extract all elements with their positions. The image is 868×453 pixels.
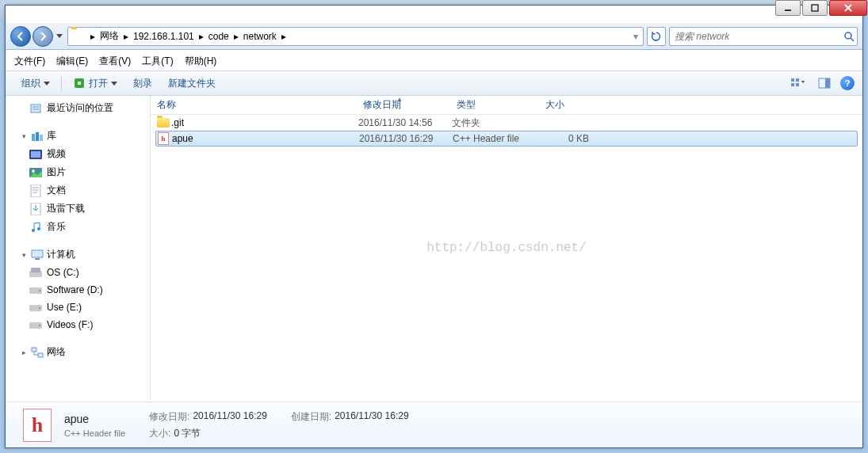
svg-point-22: [37, 227, 40, 230]
address-dropdown[interactable]: ▾: [629, 31, 643, 42]
svg-rect-5: [791, 78, 794, 82]
sidebar-item-thunder[interactable]: 迅雷下载: [6, 200, 150, 218]
recent-icon: [29, 102, 42, 115]
back-button[interactable]: [10, 26, 31, 47]
created-value: 2016/11/30 16:29: [335, 410, 408, 424]
sidebar-item-label: 图片: [47, 166, 66, 179]
preview-pane-button[interactable]: [813, 74, 835, 92]
search-box[interactable]: [669, 27, 858, 46]
sidebar-item-drive-d[interactable]: Software (D:): [6, 281, 150, 299]
search-input[interactable]: [675, 31, 841, 42]
chevron-right-icon[interactable]: ▸: [232, 28, 240, 45]
svg-rect-16: [31, 151, 40, 158]
menu-bar: 文件(F) 编辑(E) 查看(V) 工具(T) 帮助(H): [10, 52, 221, 70]
close-button[interactable]: [829, 0, 867, 16]
column-name[interactable]: 名称: [151, 96, 357, 114]
sidebar-item-music[interactable]: 音乐: [6, 218, 150, 236]
forward-button[interactable]: [33, 26, 53, 47]
sidebar-item-pictures[interactable]: 图片: [6, 163, 150, 181]
navigation-pane: 最近访问的位置 ▾ 库 视频 图片 文档 迅雷下载 音乐 ▾ 计算机 OS (C…: [6, 96, 151, 400]
sidebar-group-computer[interactable]: ▾ 计算机: [6, 246, 150, 264]
sidebar-item-drive-f[interactable]: Videos (F:): [6, 316, 150, 333]
open-button[interactable]: 打开: [65, 74, 125, 93]
view-options-button[interactable]: [786, 74, 809, 92]
computer-icon: [31, 249, 44, 261]
location-icon: [71, 29, 86, 44]
file-name: .git: [171, 117, 358, 128]
help-button[interactable]: ?: [840, 76, 855, 90]
minimize-button[interactable]: [775, 0, 801, 16]
menu-tools[interactable]: 工具(T): [137, 53, 178, 70]
menu-help[interactable]: 帮助(H): [180, 53, 222, 70]
svg-rect-13: [36, 132, 39, 141]
chevron-right-icon[interactable]: ▸: [280, 28, 288, 45]
new-folder-button[interactable]: 新建文件夹: [160, 74, 224, 93]
svg-rect-10: [825, 78, 830, 88]
sidebar-item-recent[interactable]: 最近访问的位置: [6, 99, 150, 117]
sidebar-group-label: 计算机: [47, 248, 75, 261]
created-label: 创建日期:: [291, 410, 331, 424]
chevron-right-icon[interactable]: ▸: [122, 28, 130, 45]
maximize-button[interactable]: [802, 0, 828, 16]
svg-rect-19: [31, 185, 40, 197]
libraries-icon: [31, 130, 44, 143]
expand-icon[interactable]: ▸: [20, 348, 28, 356]
file-date: 2016/11/30 16:29: [359, 133, 453, 144]
chevron-right-icon[interactable]: ▸: [197, 28, 205, 45]
sort-indicator-icon: ▲: [396, 96, 403, 103]
sidebar-item-videos[interactable]: 视频: [6, 145, 150, 163]
crumb-host[interactable]: 192.168.1.101: [130, 28, 197, 45]
file-row-git[interactable]: .git 2016/11/30 14:56 文件夹: [151, 115, 862, 131]
organize-button[interactable]: 组织: [13, 74, 58, 93]
svg-rect-23: [32, 250, 43, 257]
history-dropdown[interactable]: [55, 29, 64, 44]
sidebar-group-label: 网络: [47, 345, 66, 359]
crumb-folder[interactable]: network: [240, 28, 280, 45]
burn-button[interactable]: 刻录: [125, 74, 160, 93]
file-row-apue[interactable]: h apue 2016/11/30 16:29 C++ Header file …: [155, 131, 858, 147]
refresh-button[interactable]: [647, 27, 666, 46]
file-date: 2016/11/30 14:56: [358, 117, 452, 128]
svg-point-32: [39, 325, 40, 326]
svg-rect-26: [31, 268, 40, 272]
svg-rect-24: [35, 258, 40, 260]
music-icon: [29, 221, 42, 234]
menu-view[interactable]: 查看(V): [94, 53, 136, 70]
sidebar-item-drive-e[interactable]: Use (E:): [6, 299, 150, 316]
sidebar-group-label: 库: [47, 129, 56, 143]
details-file-icon: h: [18, 408, 56, 443]
search-icon[interactable]: [841, 31, 857, 42]
svg-rect-4: [78, 82, 81, 85]
network-icon: [31, 346, 44, 359]
size-label: 大小:: [149, 427, 170, 440]
expand-icon[interactable]: ▾: [20, 132, 28, 140]
svg-point-30: [39, 307, 40, 309]
svg-point-28: [39, 290, 40, 291]
sidebar-item-drive-c[interactable]: OS (C:): [6, 264, 150, 281]
sidebar-group-libraries[interactable]: ▾ 库: [6, 127, 150, 145]
menu-edit[interactable]: 编辑(E): [52, 53, 93, 70]
column-date[interactable]: 修改日期: [357, 96, 450, 114]
command-bar: 组织 打开 刻录 新建文件夹 ?: [6, 70, 862, 96]
column-type[interactable]: 类型: [450, 96, 539, 114]
header-file-icon: h: [158, 132, 172, 145]
size-value: 0 字节: [174, 427, 201, 440]
svg-rect-0: [785, 10, 791, 11]
sidebar-item-label: 迅雷下载: [47, 202, 85, 215]
breadcrumb[interactable]: ▸ 网络 ▸ 192.168.1.101 ▸ code ▸ network ▸ …: [67, 27, 644, 46]
svg-point-21: [32, 229, 35, 232]
file-type: C++ Header file: [453, 133, 541, 144]
crumb-network[interactable]: 网络: [97, 28, 122, 45]
crumb-code[interactable]: code: [205, 28, 232, 45]
sidebar-item-label: 视频: [47, 147, 66, 161]
sidebar-item-documents[interactable]: 文档: [6, 181, 150, 200]
menu-file[interactable]: 文件(F): [10, 53, 50, 70]
column-size[interactable]: 大小: [539, 96, 595, 114]
expand-icon[interactable]: ▾: [20, 251, 28, 259]
chevron-right-icon[interactable]: ▸: [89, 28, 97, 45]
sidebar-group-network[interactable]: ▸ 网络: [6, 343, 150, 361]
modified-value: 2016/11/30 16:29: [193, 410, 266, 424]
file-type: 文件夹: [452, 116, 541, 130]
sidebar-item-label: 最近访问的位置: [47, 101, 113, 115]
document-icon: [29, 185, 42, 197]
